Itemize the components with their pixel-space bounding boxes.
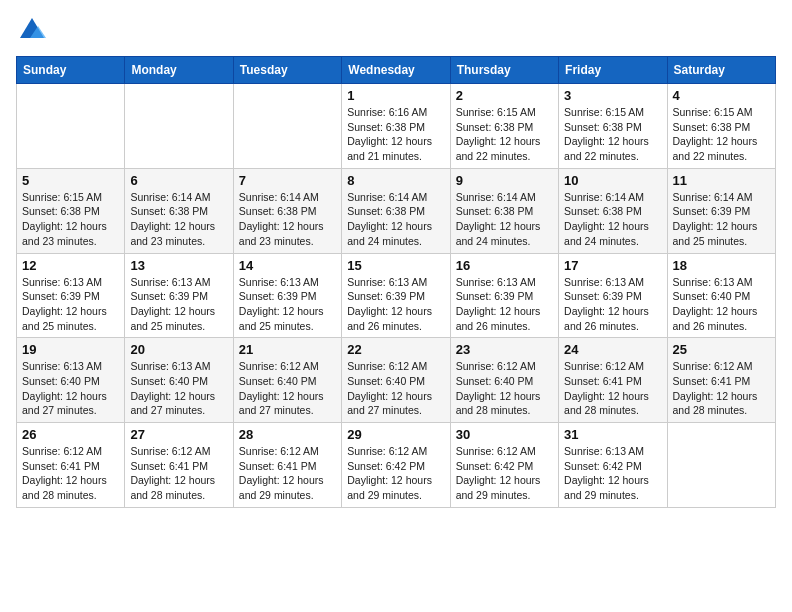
- calendar-cell: 15Sunrise: 6:13 AM Sunset: 6:39 PM Dayli…: [342, 253, 450, 338]
- day-info: Sunrise: 6:14 AM Sunset: 6:38 PM Dayligh…: [239, 190, 336, 249]
- calendar-week-row: 12Sunrise: 6:13 AM Sunset: 6:39 PM Dayli…: [17, 253, 776, 338]
- logo-icon: [18, 16, 46, 44]
- day-info: Sunrise: 6:13 AM Sunset: 6:40 PM Dayligh…: [673, 275, 770, 334]
- day-info: Sunrise: 6:13 AM Sunset: 6:39 PM Dayligh…: [347, 275, 444, 334]
- day-info: Sunrise: 6:12 AM Sunset: 6:40 PM Dayligh…: [456, 359, 553, 418]
- calendar-table: SundayMondayTuesdayWednesdayThursdayFrid…: [16, 56, 776, 508]
- calendar-week-row: 5Sunrise: 6:15 AM Sunset: 6:38 PM Daylig…: [17, 168, 776, 253]
- day-number: 20: [130, 342, 227, 357]
- day-info: Sunrise: 6:12 AM Sunset: 6:41 PM Dayligh…: [22, 444, 119, 503]
- calendar-cell: 11Sunrise: 6:14 AM Sunset: 6:39 PM Dayli…: [667, 168, 775, 253]
- calendar-cell: 30Sunrise: 6:12 AM Sunset: 6:42 PM Dayli…: [450, 423, 558, 508]
- day-number: 22: [347, 342, 444, 357]
- calendar-cell: 4Sunrise: 6:15 AM Sunset: 6:38 PM Daylig…: [667, 84, 775, 169]
- day-info: Sunrise: 6:13 AM Sunset: 6:39 PM Dayligh…: [239, 275, 336, 334]
- calendar-cell: [17, 84, 125, 169]
- day-info: Sunrise: 6:12 AM Sunset: 6:42 PM Dayligh…: [456, 444, 553, 503]
- day-info: Sunrise: 6:14 AM Sunset: 6:38 PM Dayligh…: [564, 190, 661, 249]
- calendar-cell: 10Sunrise: 6:14 AM Sunset: 6:38 PM Dayli…: [559, 168, 667, 253]
- day-number: 27: [130, 427, 227, 442]
- day-info: Sunrise: 6:13 AM Sunset: 6:39 PM Dayligh…: [564, 275, 661, 334]
- day-info: Sunrise: 6:13 AM Sunset: 6:40 PM Dayligh…: [22, 359, 119, 418]
- calendar-cell: 8Sunrise: 6:14 AM Sunset: 6:38 PM Daylig…: [342, 168, 450, 253]
- calendar-cell: [233, 84, 341, 169]
- day-number: 29: [347, 427, 444, 442]
- day-number: 4: [673, 88, 770, 103]
- day-info: Sunrise: 6:14 AM Sunset: 6:38 PM Dayligh…: [130, 190, 227, 249]
- day-info: Sunrise: 6:13 AM Sunset: 6:40 PM Dayligh…: [130, 359, 227, 418]
- calendar-cell: 31Sunrise: 6:13 AM Sunset: 6:42 PM Dayli…: [559, 423, 667, 508]
- day-info: Sunrise: 6:13 AM Sunset: 6:42 PM Dayligh…: [564, 444, 661, 503]
- calendar-cell: 26Sunrise: 6:12 AM Sunset: 6:41 PM Dayli…: [17, 423, 125, 508]
- calendar-week-row: 26Sunrise: 6:12 AM Sunset: 6:41 PM Dayli…: [17, 423, 776, 508]
- day-info: Sunrise: 6:15 AM Sunset: 6:38 PM Dayligh…: [564, 105, 661, 164]
- day-number: 7: [239, 173, 336, 188]
- day-info: Sunrise: 6:13 AM Sunset: 6:39 PM Dayligh…: [22, 275, 119, 334]
- day-number: 28: [239, 427, 336, 442]
- day-info: Sunrise: 6:15 AM Sunset: 6:38 PM Dayligh…: [456, 105, 553, 164]
- calendar-cell: 12Sunrise: 6:13 AM Sunset: 6:39 PM Dayli…: [17, 253, 125, 338]
- calendar-cell: 13Sunrise: 6:13 AM Sunset: 6:39 PM Dayli…: [125, 253, 233, 338]
- calendar-header-sunday: Sunday: [17, 57, 125, 84]
- calendar-cell: [667, 423, 775, 508]
- day-number: 11: [673, 173, 770, 188]
- day-info: Sunrise: 6:12 AM Sunset: 6:42 PM Dayligh…: [347, 444, 444, 503]
- calendar-header-tuesday: Tuesday: [233, 57, 341, 84]
- day-number: 5: [22, 173, 119, 188]
- day-info: Sunrise: 6:12 AM Sunset: 6:41 PM Dayligh…: [130, 444, 227, 503]
- day-info: Sunrise: 6:14 AM Sunset: 6:38 PM Dayligh…: [347, 190, 444, 249]
- day-info: Sunrise: 6:12 AM Sunset: 6:41 PM Dayligh…: [673, 359, 770, 418]
- calendar-header-row: SundayMondayTuesdayWednesdayThursdayFrid…: [17, 57, 776, 84]
- day-number: 14: [239, 258, 336, 273]
- calendar-header-monday: Monday: [125, 57, 233, 84]
- day-number: 3: [564, 88, 661, 103]
- calendar-cell: 14Sunrise: 6:13 AM Sunset: 6:39 PM Dayli…: [233, 253, 341, 338]
- day-number: 6: [130, 173, 227, 188]
- day-number: 21: [239, 342, 336, 357]
- calendar-cell: 9Sunrise: 6:14 AM Sunset: 6:38 PM Daylig…: [450, 168, 558, 253]
- calendar-cell: 25Sunrise: 6:12 AM Sunset: 6:41 PM Dayli…: [667, 338, 775, 423]
- day-number: 24: [564, 342, 661, 357]
- day-number: 9: [456, 173, 553, 188]
- day-info: Sunrise: 6:12 AM Sunset: 6:41 PM Dayligh…: [239, 444, 336, 503]
- day-number: 10: [564, 173, 661, 188]
- day-info: Sunrise: 6:12 AM Sunset: 6:40 PM Dayligh…: [347, 359, 444, 418]
- day-number: 1: [347, 88, 444, 103]
- day-number: 23: [456, 342, 553, 357]
- day-info: Sunrise: 6:13 AM Sunset: 6:39 PM Dayligh…: [456, 275, 553, 334]
- day-number: 15: [347, 258, 444, 273]
- day-number: 17: [564, 258, 661, 273]
- day-number: 13: [130, 258, 227, 273]
- calendar-cell: 29Sunrise: 6:12 AM Sunset: 6:42 PM Dayli…: [342, 423, 450, 508]
- calendar-header-thursday: Thursday: [450, 57, 558, 84]
- calendar-cell: 27Sunrise: 6:12 AM Sunset: 6:41 PM Dayli…: [125, 423, 233, 508]
- day-number: 16: [456, 258, 553, 273]
- day-info: Sunrise: 6:15 AM Sunset: 6:38 PM Dayligh…: [673, 105, 770, 164]
- day-info: Sunrise: 6:14 AM Sunset: 6:38 PM Dayligh…: [456, 190, 553, 249]
- calendar-cell: 3Sunrise: 6:15 AM Sunset: 6:38 PM Daylig…: [559, 84, 667, 169]
- calendar-cell: 17Sunrise: 6:13 AM Sunset: 6:39 PM Dayli…: [559, 253, 667, 338]
- day-number: 2: [456, 88, 553, 103]
- calendar-header-friday: Friday: [559, 57, 667, 84]
- day-info: Sunrise: 6:13 AM Sunset: 6:39 PM Dayligh…: [130, 275, 227, 334]
- calendar-cell: 16Sunrise: 6:13 AM Sunset: 6:39 PM Dayli…: [450, 253, 558, 338]
- day-info: Sunrise: 6:15 AM Sunset: 6:38 PM Dayligh…: [22, 190, 119, 249]
- day-number: 30: [456, 427, 553, 442]
- day-number: 25: [673, 342, 770, 357]
- calendar-header-wednesday: Wednesday: [342, 57, 450, 84]
- calendar-cell: 18Sunrise: 6:13 AM Sunset: 6:40 PM Dayli…: [667, 253, 775, 338]
- calendar-cell: 6Sunrise: 6:14 AM Sunset: 6:38 PM Daylig…: [125, 168, 233, 253]
- day-info: Sunrise: 6:12 AM Sunset: 6:41 PM Dayligh…: [564, 359, 661, 418]
- calendar-week-row: 19Sunrise: 6:13 AM Sunset: 6:40 PM Dayli…: [17, 338, 776, 423]
- calendar-week-row: 1Sunrise: 6:16 AM Sunset: 6:38 PM Daylig…: [17, 84, 776, 169]
- page-header: [16, 16, 776, 44]
- calendar-cell: 2Sunrise: 6:15 AM Sunset: 6:38 PM Daylig…: [450, 84, 558, 169]
- day-info: Sunrise: 6:12 AM Sunset: 6:40 PM Dayligh…: [239, 359, 336, 418]
- calendar-cell: 1Sunrise: 6:16 AM Sunset: 6:38 PM Daylig…: [342, 84, 450, 169]
- calendar-cell: 24Sunrise: 6:12 AM Sunset: 6:41 PM Dayli…: [559, 338, 667, 423]
- calendar-cell: 5Sunrise: 6:15 AM Sunset: 6:38 PM Daylig…: [17, 168, 125, 253]
- day-number: 26: [22, 427, 119, 442]
- day-number: 8: [347, 173, 444, 188]
- day-number: 18: [673, 258, 770, 273]
- day-info: Sunrise: 6:16 AM Sunset: 6:38 PM Dayligh…: [347, 105, 444, 164]
